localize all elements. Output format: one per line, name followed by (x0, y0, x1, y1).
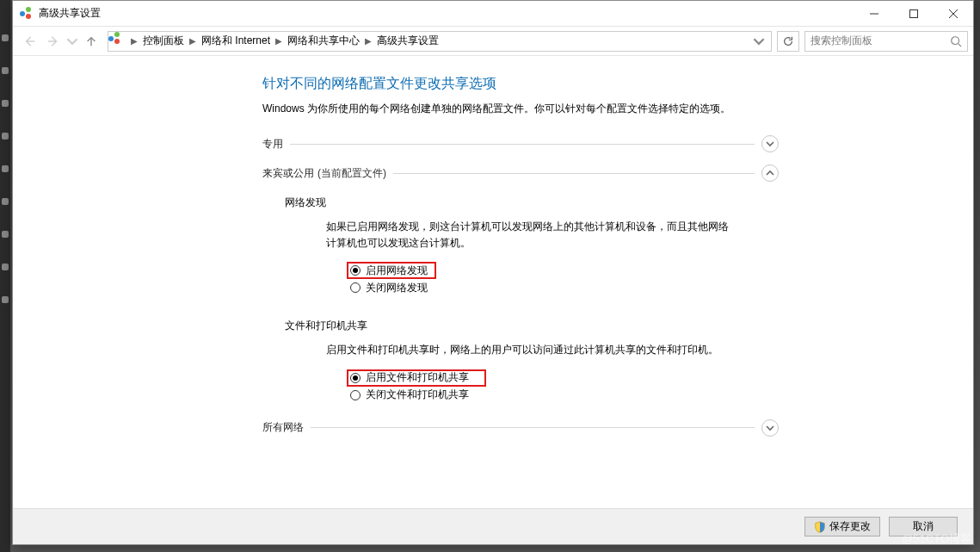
address-dropdown-button[interactable] (750, 33, 767, 50)
chevron-down-icon (761, 419, 779, 437)
chevron-right-icon[interactable]: ▶ (363, 36, 373, 46)
radio-icon (350, 373, 361, 383)
file-printer-description: 启用文件和打印机共享时，网络上的用户可以访问通过此计算机共享的文件和打印机。 (326, 342, 730, 358)
chevron-down-icon (761, 135, 779, 152)
file-printer-radio-group: 启用文件和打印机共享 关闭文件和打印机共享 (347, 369, 779, 404)
file-printer-title: 文件和打印机共享 (285, 319, 779, 333)
breadcrumb-item[interactable]: 网络和 Internet (198, 32, 274, 51)
radio-enable-network-discovery[interactable]: 启用网络发现 (347, 262, 436, 279)
radio-icon (350, 265, 361, 276)
nav-back-button[interactable] (18, 30, 40, 53)
chevron-right-icon[interactable]: ▶ (188, 36, 198, 46)
radio-disable-file-printer-sharing[interactable]: 关闭文件和打印机共享 (347, 387, 779, 404)
window-title: 高级共享设置 (39, 6, 101, 21)
cancel-button[interactable]: 取消 (889, 517, 958, 536)
section-private-header[interactable]: 专用 (262, 135, 779, 152)
nav-forward-button[interactable] (42, 30, 65, 53)
section-guest-public: 来宾或公用 (当前配置文件) 网络发现 如果已启用网络发现，则这台计算机可以发现… (262, 164, 779, 407)
divider (311, 427, 755, 428)
breadcrumb-item[interactable]: 高级共享设置 (373, 32, 442, 51)
radio-label: 关闭文件和打印机共享 (366, 388, 469, 402)
page-heading: 针对不同的网络配置文件更改共享选项 (262, 75, 779, 93)
breadcrumb: 控制面板 ▶ 网络和 Internet ▶ 网络和共享中心 ▶ 高级共享设置 (139, 32, 750, 51)
desktop-left-tray (0, 0, 10, 552)
search-icon (950, 35, 962, 47)
network-discovery-title: 网络发现 (285, 195, 779, 210)
radio-icon (350, 390, 361, 400)
radio-label: 启用网络发现 (366, 264, 428, 278)
save-button-label: 保存更改 (829, 519, 871, 534)
save-button[interactable]: 保存更改 (804, 517, 880, 536)
radio-label: 关闭网络发现 (366, 281, 428, 295)
section-private: 专用 (262, 135, 779, 152)
minimize-button[interactable] (854, 1, 894, 27)
svg-rect-0 (910, 9, 918, 17)
section-guest-header[interactable]: 来宾或公用 (当前配置文件) (262, 164, 779, 182)
section-label: 来宾或公用 (262, 166, 314, 181)
radio-label: 启用文件和打印机共享 (366, 370, 469, 385)
footer-bar: 保存更改 取消 (13, 508, 973, 544)
page-description: Windows 为你所使用的每个网络创建单独的网络配置文件。你可以针对每个配置文… (262, 102, 779, 116)
chevron-right-icon[interactable]: ▶ (274, 36, 284, 46)
section-all-networks: 所有网络 (262, 419, 779, 437)
network-discovery-description: 如果已启用网络发现，则这台计算机可以发现网络上的其他计算机和设备，而且其他网络计… (326, 219, 730, 251)
nav-up-button[interactable] (80, 30, 102, 53)
network-discovery-radio-group: 启用网络发现 关闭网络发现 (347, 262, 779, 296)
shield-icon (814, 521, 826, 533)
refresh-button[interactable] (777, 31, 799, 52)
svg-point-1 (952, 36, 959, 44)
radio-enable-file-printer-sharing[interactable]: 启用文件和打印机共享 (347, 369, 486, 387)
section-suffix: (当前配置文件) (317, 166, 386, 181)
breadcrumb-item[interactable]: 控制面板 (139, 32, 188, 51)
divider (393, 173, 755, 174)
divider (290, 144, 755, 145)
radio-disable-network-discovery[interactable]: 关闭网络发现 (347, 279, 779, 296)
chevron-up-icon (761, 164, 779, 182)
navigation-bar: ▶ 控制面板 ▶ 网络和 Internet ▶ 网络和共享中心 ▶ 高级共享设置 (13, 27, 973, 56)
address-bar[interactable]: ▶ 控制面板 ▶ 网络和 Internet ▶ 网络和共享中心 ▶ 高级共享设置 (108, 31, 772, 52)
network-sharing-icon (112, 34, 126, 48)
advanced-sharing-window: 高级共享设置 (12, 0, 974, 545)
chevron-right-icon[interactable]: ▶ (129, 36, 139, 46)
close-button[interactable] (934, 1, 973, 27)
search-placeholder: 搜索控制面板 (811, 34, 950, 48)
breadcrumb-item[interactable]: 网络和共享中心 (284, 32, 363, 51)
titlebar: 高级共享设置 (13, 1, 973, 27)
section-label: 所有网络 (262, 420, 304, 435)
search-input[interactable]: 搜索控制面板 (804, 31, 968, 52)
section-label: 专用 (262, 137, 283, 152)
content-area: 针对不同的网络配置文件更改共享选项 Windows 为你所使用的每个网络创建单独… (13, 56, 973, 508)
section-all-header[interactable]: 所有网络 (262, 419, 779, 437)
maximize-button[interactable] (894, 1, 934, 27)
network-sharing-icon (20, 7, 34, 21)
radio-icon (350, 282, 361, 293)
cancel-button-label: 取消 (913, 519, 934, 534)
nav-recent-dropdown[interactable] (66, 30, 78, 53)
